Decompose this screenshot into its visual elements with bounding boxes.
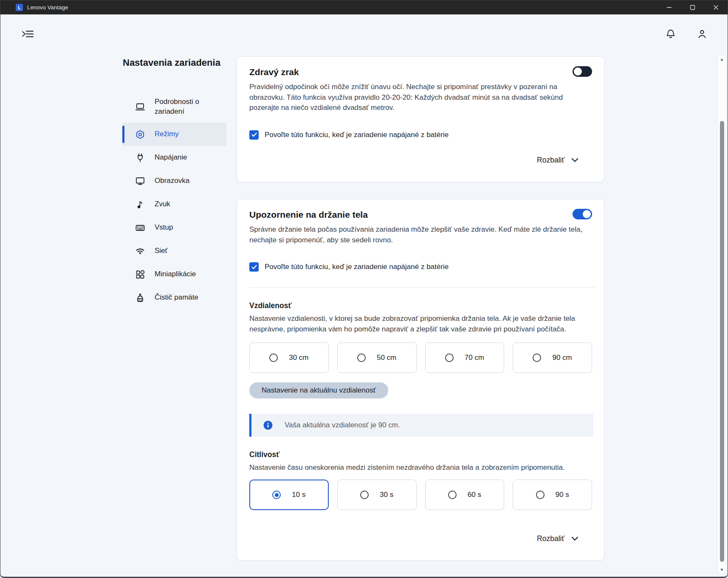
info-icon [263, 421, 273, 430]
eye-health-title: Zdravý zrak [249, 66, 299, 78]
sensitivity-option-30s[interactable]: 30 s [337, 480, 417, 510]
set-current-distance-button[interactable]: Nastavenie na aktuálnu vzdialenosť [249, 382, 388, 398]
power-plug-icon [135, 153, 145, 163]
notifications-button[interactable] [663, 26, 679, 42]
sidebar-item-memory-cleaner[interactable]: Čistič pamäte [122, 286, 226, 309]
posture-alert-card: Upozornenie na držanie tela Správne drža… [237, 199, 604, 561]
sidebar-item-label: Vstup [155, 223, 210, 233]
eye-health-description: Pravidelný odpočinok očí môže znížiť úna… [249, 82, 592, 113]
chevron-down-icon [571, 536, 578, 541]
distance-option-90cm[interactable]: 90 cm [513, 342, 592, 373]
vertical-scrollbar[interactable]: ▲ ▼ [717, 55, 726, 574]
sidebar-item-label: Zvuk [155, 199, 210, 209]
distance-section-title: Vzdialenosť [249, 301, 592, 310]
radio-unselected-icon [445, 354, 454, 362]
posture-battery-checkbox-row[interactable]: Povoľte túto funkciu, keď je zariadenie … [249, 262, 592, 272]
page-title: Nastavenia zariadenia [123, 57, 220, 68]
option-label: 90 cm [552, 354, 572, 362]
close-button[interactable] [704, 0, 728, 14]
radio-unselected-icon [533, 354, 541, 362]
posture-title: Upozornenie na držanie tela [249, 209, 368, 221]
distance-option-30cm[interactable]: 30 cm [249, 342, 329, 373]
eye-health-card: Zdravý zrak Pravidelný odpočinok očí môž… [237, 56, 604, 182]
sensitivity-option-90s[interactable]: 90 s [513, 480, 592, 510]
sidebar-item-label: Napájanie [155, 153, 210, 163]
distance-section-description: Nastavenie vzdialenosti, v ktorej sa bud… [249, 314, 592, 334]
eye-health-battery-checkbox-row[interactable]: Povoľte túto funkciu, keď je zariadenie … [249, 130, 592, 140]
posture-toggle[interactable] [573, 209, 592, 219]
radio-selected-icon [272, 491, 281, 499]
account-person-icon [697, 28, 708, 39]
menu-expand-icon [22, 28, 34, 39]
lenovo-logo: L [16, 4, 23, 11]
title-bar: L Lenovo Vantage [0, 0, 728, 14]
scrollbar-thumb[interactable] [720, 121, 724, 562]
sidebar-item-sound[interactable]: Zvuk [122, 193, 226, 216]
sidebar-item-power[interactable]: Napájanie [122, 146, 226, 169]
keyboard-icon [135, 223, 145, 233]
radio-unselected-icon [536, 491, 545, 499]
posture-expand-button[interactable]: Rozbaliť [537, 534, 578, 543]
sidebar-item-label: Podrobnosti o zariadení [155, 97, 210, 117]
option-label: 70 cm [465, 354, 484, 362]
sensitivity-option-10s[interactable]: 10 s [249, 480, 329, 510]
distance-option-70cm[interactable]: 70 cm [425, 342, 505, 373]
account-button[interactable] [694, 26, 710, 42]
sensitivity-options: 10 s 30 s 60 s 90 s [249, 480, 592, 510]
menu-expand-button[interactable] [20, 26, 36, 42]
radio-unselected-icon [360, 491, 369, 499]
display-icon [135, 176, 145, 186]
sidebar-item-label: Obrazovka [155, 176, 210, 186]
checkbox-checked-icon[interactable] [249, 262, 259, 272]
sound-note-icon [135, 199, 145, 210]
scroll-down-arrow-icon[interactable]: ▼ [718, 567, 726, 572]
close-icon [713, 5, 719, 10]
option-label: 10 s [292, 491, 305, 499]
app-window: L Lenovo Vantage [0, 0, 728, 578]
checkbox-label: Povoľte túto funkciu, keď je zariadenie … [265, 263, 449, 271]
current-distance-info-banner: Vaša aktuálna vzdialenosť je 90 cm. [249, 414, 593, 437]
distance-option-50cm[interactable]: 50 cm [337, 342, 417, 373]
eye-health-expand-button[interactable]: Rozbaliť [537, 156, 578, 165]
sidebar-item-label: Sieť [155, 246, 210, 256]
info-message: Vaša aktuálna vzdialenosť je 90 cm. [285, 421, 400, 429]
chevron-down-icon [571, 158, 578, 163]
option-label: 30 s [380, 491, 393, 499]
checkbox-label: Povoľte túto funkciu, keď je zariadenie … [265, 131, 449, 139]
sidebar-item-modes[interactable]: Režimy [122, 123, 226, 146]
toggle-knob [574, 67, 582, 76]
expand-label: Rozbaliť [537, 156, 564, 165]
sensitivity-option-60s[interactable]: 60 s [425, 480, 505, 510]
section-divider [249, 287, 595, 288]
eye-health-toggle[interactable] [573, 66, 592, 77]
window-title: Lenovo Vantage [27, 4, 68, 11]
distance-options: 30 cm 50 cm 70 cm 90 cm [249, 342, 592, 373]
checkbox-checked-icon[interactable] [249, 130, 259, 140]
sidebar-item-network[interactable]: Sieť [122, 239, 226, 263]
minimize-button[interactable] [657, 0, 681, 14]
posture-description: Správne držanie tela počas používania za… [249, 224, 592, 245]
expand-label: Rozbaliť [537, 534, 564, 543]
option-label: 30 cm [289, 354, 308, 362]
sidebar-item-display[interactable]: Obrazovka [122, 169, 226, 193]
maximize-button[interactable] [681, 0, 704, 14]
sidebar-item-device-details[interactable]: Podrobnosti o zariadení [122, 91, 226, 123]
notifications-bell-icon [665, 28, 676, 39]
minimize-icon [666, 5, 672, 10]
active-indicator-bar [122, 126, 124, 143]
toggle-knob [583, 210, 591, 218]
memory-cleaner-icon [135, 293, 145, 303]
option-label: 90 s [556, 491, 569, 499]
sidebar-item-input[interactable]: Vstup [122, 216, 226, 239]
sensitivity-section-title: Citlivosť [249, 450, 592, 459]
sidebar-item-widgets[interactable]: Miniaplikácie [122, 263, 226, 286]
radio-unselected-icon [269, 354, 278, 362]
sensitivity-section-description: Nastavenie času oneskorenia medzi zisten… [249, 463, 592, 473]
sidebar-item-label: Režimy [155, 129, 210, 139]
radio-unselected-icon [448, 491, 457, 499]
option-label: 50 cm [377, 354, 396, 362]
scroll-up-arrow-icon[interactable]: ▲ [718, 57, 726, 62]
modes-hexagon-icon [135, 129, 145, 140]
wifi-icon [135, 246, 145, 256]
sidebar-nav: Podrobnosti o zariadení Režimy Napájanie… [122, 91, 226, 309]
